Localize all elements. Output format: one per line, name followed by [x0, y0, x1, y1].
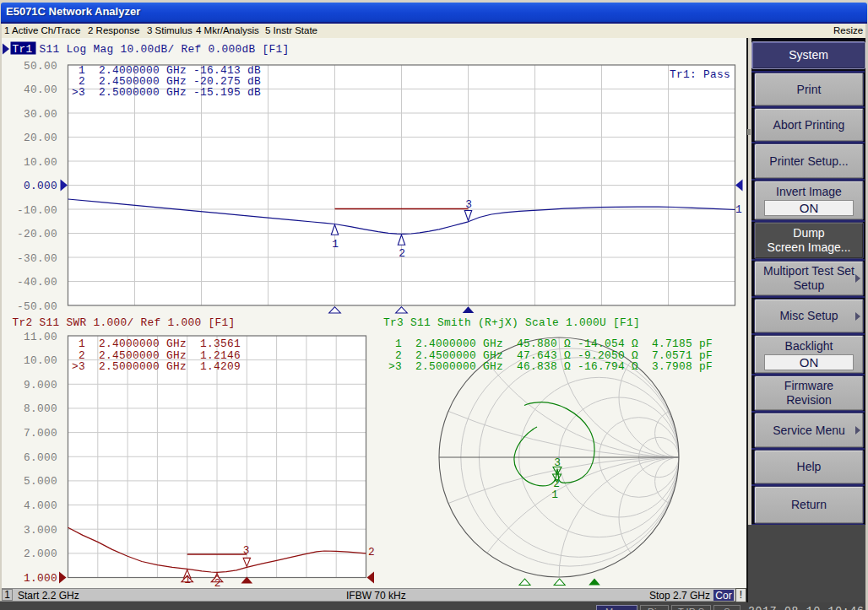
- svg-text:-30.00: -30.00: [17, 252, 57, 265]
- svg-text:4.000: 4.000: [24, 499, 57, 512]
- svg-text:2: 2: [214, 577, 221, 589]
- svg-text:Tr1: Tr1: [13, 43, 33, 56]
- svg-text:0.000: 0.000: [24, 180, 57, 192]
- svg-text:Tr3 S11 Smith (R+jX) Scale 1.0: Tr3 S11 Smith (R+jX) Scale 1.000U [F1]: [383, 316, 640, 329]
- svg-text:7.000: 7.000: [24, 427, 57, 440]
- svg-text:Tr1: Pass: Tr1: Pass: [670, 68, 730, 81]
- svg-text:Tr2 S11 SWR 1.000/ Ref 1.000 [: Tr2 S11 SWR 1.000/ Ref 1.000 [F1]: [13, 316, 236, 329]
- svg-text:2.000: 2.000: [24, 548, 57, 560]
- svg-text:3: 3: [243, 544, 250, 557]
- svg-text:30.00: 30.00: [24, 108, 57, 121]
- svg-text:S11 Log Mag 10.00dB/ Ref 0.000: S11 Log Mag 10.00dB/ Ref 0.000dB [F1]: [33, 43, 290, 56]
- svg-text:1.000: 1.000: [24, 572, 57, 585]
- svg-text:8.000: 8.000: [24, 402, 57, 415]
- svg-text:1: 1: [735, 203, 742, 216]
- svg-text:>3 2.5000000 GHz 46.838 Ω -1: >3 2.5000000 GHz 46.838 Ω -16.794 Ω 3.79…: [388, 360, 713, 373]
- svg-text:50.00: 50.00: [24, 60, 57, 73]
- svg-text:>3 2.5000000 GHz 1.4209: >3 2.5000000 GHz 1.4209: [72, 360, 241, 373]
- svg-text:5.000: 5.000: [24, 475, 57, 488]
- svg-text:2: 2: [399, 247, 405, 260]
- svg-text:3: 3: [554, 456, 561, 469]
- svg-text:-50.00: -50.00: [17, 300, 57, 313]
- svg-text:2: 2: [368, 546, 375, 559]
- svg-text:1: 1: [184, 574, 191, 586]
- svg-text:>3 2.5000000 GHz -15.195 dB: >3 2.5000000 GHz -15.195 dB: [72, 86, 261, 99]
- svg-text:-10.00: -10.00: [17, 204, 57, 217]
- svg-text:-40.00: -40.00: [17, 276, 57, 289]
- svg-text:6.000: 6.000: [24, 451, 57, 464]
- svg-text:3.000: 3.000: [24, 524, 57, 537]
- svg-text:3: 3: [465, 198, 472, 211]
- svg-text:1: 1: [332, 238, 339, 251]
- svg-text:1: 1: [551, 489, 558, 501]
- svg-text:40.00: 40.00: [24, 84, 57, 96]
- svg-text:-20.00: -20.00: [17, 228, 57, 240]
- svg-text:10.00: 10.00: [24, 156, 57, 169]
- svg-text:10.00: 10.00: [24, 354, 57, 367]
- svg-text:20.00: 20.00: [24, 132, 57, 144]
- svg-text:11.00: 11.00: [24, 331, 57, 343]
- svg-text:9.000: 9.000: [24, 379, 57, 391]
